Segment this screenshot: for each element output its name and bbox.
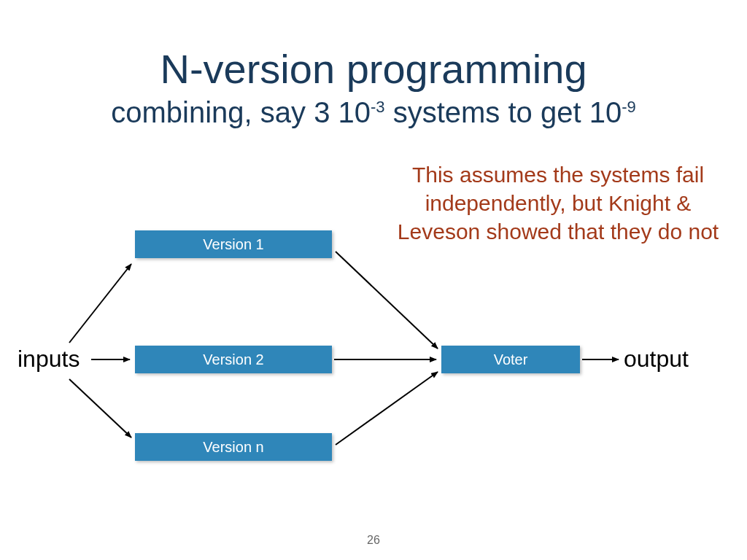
box-version-n: Version n (135, 433, 332, 461)
box-voter: Voter (441, 346, 580, 373)
inputs-label: inputs (18, 346, 80, 373)
subtitle-exp-2: -9 (622, 98, 636, 116)
output-label: output (624, 346, 689, 373)
arrow-vn-to-voter (336, 372, 438, 445)
annotation-note: This assumes the systems fail independen… (394, 160, 722, 246)
slide: N-version programming combining, say 3 1… (0, 0, 747, 560)
arrow-inputs-to-vn (69, 379, 131, 438)
subtitle-part-2: systems to get 10 (385, 96, 622, 128)
box-version-2: Version 2 (135, 346, 332, 373)
subtitle-exp-1: -3 (371, 98, 385, 116)
page-number: 26 (0, 534, 747, 547)
subtitle-part-1: combining, say 3 10 (111, 96, 371, 128)
box-version-1: Version 1 (135, 230, 332, 258)
arrow-v1-to-voter (336, 252, 438, 349)
slide-subtitle: combining, say 3 10-3 systems to get 10-… (0, 96, 747, 129)
slide-title: N-version programming (0, 45, 747, 93)
arrow-inputs-to-v1 (69, 264, 131, 343)
